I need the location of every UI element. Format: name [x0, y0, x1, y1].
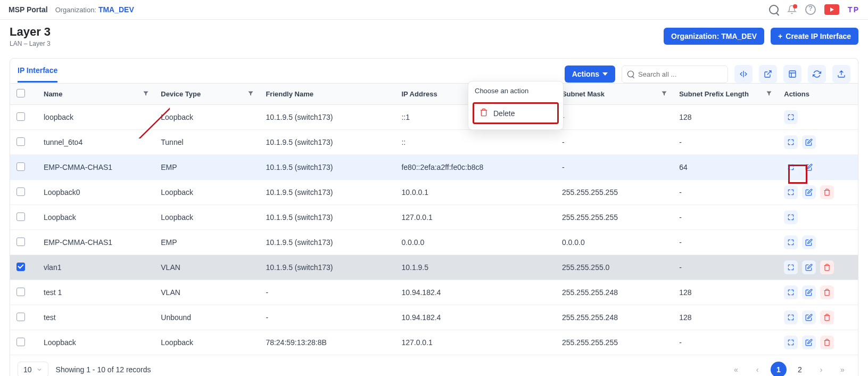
expand-icon[interactable] — [784, 285, 798, 299]
columns-icon[interactable] — [783, 65, 801, 83]
cell-ip: 10.94.182.4 — [395, 280, 555, 305]
select-all-checkbox[interactable] — [16, 89, 25, 97]
cell-mask: 255.255.255.0 — [556, 255, 673, 280]
filter-icon[interactable] — [661, 90, 667, 98]
table-row[interactable]: EMP-CMMA-CHAS1EMP10.1.9.5 (switch173)fe8… — [10, 155, 858, 180]
edit-icon[interactable] — [802, 160, 816, 174]
expand-icon[interactable] — [784, 336, 798, 349]
delete-icon[interactable] — [820, 310, 834, 324]
external-link-icon[interactable] — [759, 65, 777, 83]
row-checkbox[interactable] — [16, 212, 25, 221]
row-checkbox[interactable] — [16, 338, 25, 346]
org-button[interactable]: Organization: TMA_DEV — [664, 28, 764, 45]
cell-name: Loopback — [37, 205, 154, 230]
page-2[interactable]: 2 — [792, 362, 808, 376]
delete-icon[interactable] — [820, 336, 834, 349]
table-row[interactable]: test 1VLAN-10.94.182.4255.255.255.248128 — [10, 280, 858, 305]
cell-name: test — [37, 305, 154, 330]
cell-mask: 255.255.255.255 — [556, 205, 673, 230]
expand-icon[interactable] — [784, 185, 798, 199]
tab-ip-interface[interactable]: IP Interface — [18, 66, 57, 83]
expand-icon[interactable] — [784, 235, 798, 249]
expand-icon[interactable] — [784, 135, 798, 149]
per-page-select[interactable]: 10 — [18, 362, 48, 376]
page-next[interactable]: › — [813, 362, 829, 376]
video-icon[interactable] — [824, 4, 839, 15]
filter-icon[interactable] — [766, 90, 772, 98]
table-row[interactable]: loopbackLoopback10.1.9.5 (switch173)::1-… — [10, 105, 858, 130]
table-footer: 10 Showing 1 - 10 of 12 records « ‹ 1 2 … — [10, 355, 858, 376]
expand-icon[interactable] — [784, 210, 798, 224]
table-row[interactable]: vlan1VLAN10.1.9.5 (switch173)10.1.9.5255… — [10, 255, 858, 280]
search-input[interactable] — [622, 66, 728, 83]
user-avatar[interactable]: TP — [848, 5, 859, 14]
fit-columns-icon[interactable] — [734, 65, 753, 83]
expand-icon[interactable] — [784, 310, 798, 324]
refresh-icon[interactable] — [808, 65, 826, 83]
row-checkbox[interactable] — [16, 112, 25, 121]
upload-icon[interactable] — [832, 65, 850, 83]
edit-icon[interactable] — [802, 235, 816, 249]
cell-friendly: 10.1.9.5 (switch173) — [259, 130, 395, 155]
filter-icon[interactable] — [247, 90, 254, 98]
search-icon — [627, 71, 634, 78]
col-name[interactable]: Name — [37, 84, 154, 105]
col-friendly-name[interactable]: Friendly Name — [259, 84, 395, 105]
search-icon[interactable] — [769, 5, 779, 14]
row-checkbox[interactable] — [16, 187, 25, 196]
actions-dropdown[interactable]: Actions — [565, 66, 615, 83]
row-checkbox[interactable] — [16, 288, 25, 296]
page-1[interactable]: 1 — [771, 362, 787, 376]
table-row[interactable]: LoopbackLoopback10.1.9.5 (switch173)127.… — [10, 205, 858, 230]
edit-icon[interactable] — [802, 185, 816, 199]
filter-icon[interactable] — [143, 90, 149, 98]
create-ip-button[interactable]: + Create IP Interface — [771, 28, 858, 45]
actions-label: Actions — [572, 70, 599, 78]
edit-icon[interactable] — [802, 260, 816, 274]
row-checkbox[interactable] — [16, 238, 25, 246]
row-checkbox[interactable] — [16, 263, 25, 271]
row-checkbox[interactable] — [16, 313, 25, 321]
page-prev[interactable]: ‹ — [749, 362, 765, 376]
page-last[interactable]: » — [834, 362, 850, 376]
row-checkbox[interactable] — [16, 162, 25, 171]
row-actions — [784, 310, 852, 324]
delete-icon[interactable] — [820, 285, 834, 299]
cell-ip: 10.0.0.1 — [395, 180, 555, 205]
cell-device-type: Loopback — [154, 205, 259, 230]
cell-ip: :: — [395, 130, 555, 155]
expand-icon[interactable] — [784, 260, 798, 274]
page-first[interactable]: « — [728, 362, 744, 376]
cell-name: tunnel_6to4 — [37, 130, 154, 155]
edit-icon[interactable] — [802, 310, 816, 324]
page-header: Layer 3 LAN – Layer 3 Organization: TMA_… — [0, 20, 868, 51]
expand-icon[interactable] — [784, 110, 798, 124]
table-row[interactable]: Loopback0Loopback10.1.9.5 (switch173)10.… — [10, 180, 858, 205]
col-subnet-mask[interactable]: Subnet Mask — [556, 84, 673, 105]
delete-icon[interactable] — [820, 185, 834, 199]
tab-tools: Actions — [565, 65, 850, 83]
col-device-type[interactable]: Device Type — [154, 84, 259, 105]
notification-icon[interactable] — [787, 5, 797, 14]
actions-menu-delete[interactable]: Delete — [473, 102, 559, 124]
cell-prefix: - — [673, 130, 778, 155]
help-icon[interactable] — [805, 4, 816, 15]
row-checkbox[interactable] — [16, 137, 25, 146]
delete-icon[interactable] — [820, 260, 834, 274]
org-block[interactable]: Organization: TMA_DEV — [55, 5, 134, 14]
table-row[interactable]: EMP-CMMA-CHAS1EMP10.1.9.5 (switch173)0.0… — [10, 230, 858, 255]
table-row[interactable]: testUnbound-10.94.182.4255.255.255.24812… — [10, 305, 858, 330]
cell-name: EMP-CMMA-CHAS1 — [37, 155, 154, 180]
table-row[interactable]: tunnel_6to4Tunnel10.1.9.5 (switch173)::-… — [10, 130, 858, 155]
table-row[interactable]: LoopbackLoopback78:24:59:13:28:8B127.0.0… — [10, 330, 858, 355]
svg-rect-0 — [789, 71, 796, 77]
col-prefix[interactable]: Subnet Prefix Length — [673, 84, 778, 105]
expand-icon[interactable] — [784, 160, 798, 174]
edit-icon[interactable] — [802, 285, 816, 299]
col-actions: Actions — [778, 84, 858, 105]
edit-icon[interactable] — [802, 135, 816, 149]
edit-icon[interactable] — [802, 336, 816, 349]
cell-mask: - — [556, 155, 673, 180]
topbar-left: MSP Portal Organization: TMA_DEV — [9, 5, 134, 14]
cell-name: loopback — [37, 105, 154, 130]
